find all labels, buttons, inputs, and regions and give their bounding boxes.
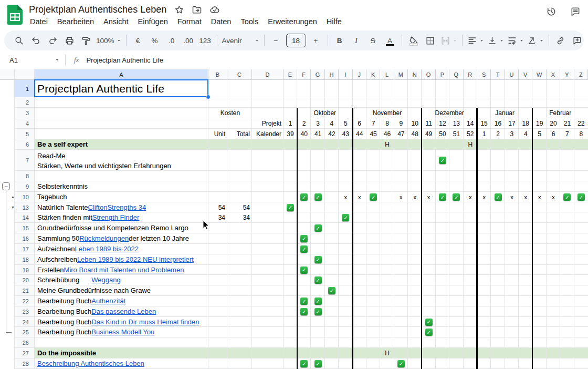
column-header-T[interactable]: T <box>491 69 505 80</box>
cell-G20[interactable]: ✓ <box>311 275 324 285</box>
cell-L6[interactable]: H <box>380 139 394 150</box>
menu-tools[interactable]: Tools <box>236 16 263 27</box>
menu-hilfe[interactable]: Hilfe <box>322 16 346 27</box>
cell-link[interactable]: Business Modell You <box>91 327 154 337</box>
row-header-1[interactable]: 1 <box>15 80 35 97</box>
cell-Q10[interactable]: ✓ <box>449 192 463 202</box>
week-number-cell[interactable]: 1 <box>284 118 297 129</box>
cell-link[interactable]: CliftonStrengths 34 <box>88 202 146 212</box>
task-cell-A7[interactable]: Read-Me Stärken, Werte und wichtigsten E… <box>35 150 208 172</box>
column-header-N[interactable]: N <box>408 69 422 80</box>
value-cell-C13[interactable]: 54 <box>227 202 252 212</box>
column-header-C[interactable]: C <box>227 69 252 80</box>
week-number-cell[interactable]: 52 <box>464 129 477 139</box>
cell-H21[interactable]: ✓ <box>325 285 339 296</box>
task-cell-A9[interactable]: Selbsterkenntnis <box>35 181 208 192</box>
column-header-P[interactable]: P <box>436 69 449 80</box>
insert-link-button[interactable] <box>554 34 568 47</box>
column-header-S[interactable]: S <box>477 69 491 80</box>
format-currency-button[interactable]: € <box>131 34 145 47</box>
week-number-cell[interactable]: 16 <box>491 118 505 129</box>
menu-daten[interactable]: Daten <box>206 16 236 27</box>
column-header-Y[interactable]: Y <box>560 69 574 80</box>
cell-F10[interactable]: ✓ <box>297 192 311 202</box>
cell-F23[interactable]: ✓ <box>297 306 311 317</box>
column-header-J[interactable]: J <box>353 69 366 80</box>
row-header-18[interactable]: 18 <box>15 254 35 265</box>
column-header-I[interactable]: I <box>339 69 352 80</box>
value-cell-C14[interactable]: 34 <box>227 212 252 223</box>
week-number-cell[interactable]: 4 <box>325 118 339 129</box>
value-cell-D4[interactable]: Projekt <box>252 118 284 129</box>
cell-G23[interactable]: ✓ <box>311 306 324 317</box>
week-number-cell[interactable]: 40 <box>297 129 311 139</box>
cell-G10[interactable]: ✓ <box>311 192 324 202</box>
week-number-cell[interactable]: 39 <box>284 129 297 139</box>
search-button[interactable] <box>12 34 26 47</box>
row-header-4[interactable]: 4 <box>15 118 35 129</box>
cell-L27[interactable]: H <box>380 348 394 358</box>
column-header-A[interactable]: A <box>35 69 208 80</box>
value-cell-B14[interactable]: 34 <box>208 212 227 223</box>
cell-N10[interactable]: x <box>408 192 422 202</box>
week-number-cell[interactable]: 49 <box>422 129 435 139</box>
cell-V10[interactable]: x <box>519 192 532 202</box>
column-header-L[interactable]: L <box>380 69 394 80</box>
cell-link[interactable]: Authenzität <box>91 296 125 306</box>
fill-handle[interactable] <box>206 95 211 99</box>
week-number-cell[interactable]: 20 <box>547 118 560 129</box>
star-icon[interactable] <box>174 5 184 15</box>
column-header-F[interactable]: F <box>297 69 311 80</box>
row-header-10[interactable]: 10 <box>15 192 35 202</box>
week-number-cell[interactable]: 7 <box>366 118 380 129</box>
document-title[interactable]: Projektplan Authentisches Leben <box>29 4 166 15</box>
cell-Y10[interactable]: ✓ <box>560 192 574 202</box>
font-size-increase-button[interactable]: + <box>309 34 323 47</box>
cell-P7[interactable]: ✓ <box>436 150 449 171</box>
week-number-cell[interactable]: 50 <box>436 129 449 139</box>
cell-T10[interactable]: ✓ <box>491 192 505 202</box>
menu-bearbeiten[interactable]: Bearbeiten <box>52 16 99 27</box>
week-number-cell[interactable]: 47 <box>394 129 408 139</box>
expand-hidden-rows-up-icon[interactable]: ▲ <box>11 195 15 199</box>
row-header-5[interactable]: 5 <box>15 129 35 139</box>
week-number-cell[interactable]: 11 <box>422 118 435 129</box>
row-header-14[interactable]: 14 <box>15 212 35 223</box>
merged-label-januar[interactable]: Januar <box>477 108 533 118</box>
cell-I10[interactable]: x <box>339 192 352 202</box>
decrease-decimals-button[interactable]: .0 <box>165 34 178 47</box>
value-cell-D5[interactable]: Kalender <box>252 129 284 139</box>
column-header-Z[interactable]: Z <box>574 69 588 80</box>
text-color-button[interactable]: A <box>383 34 397 47</box>
italic-button[interactable]: I <box>350 34 363 47</box>
week-number-cell[interactable]: 44 <box>353 129 366 139</box>
task-cell-A24[interactable]: Bearbeitung Buch Das Kind in Dir muss He… <box>35 317 208 327</box>
comments-icon[interactable] <box>570 6 581 17</box>
task-cell-A27[interactable]: Do the impossible <box>35 348 208 358</box>
cell-link[interactable]: Das Kind in Dir muss Heimat finden <box>91 317 199 327</box>
row-header-26[interactable]: 26 <box>15 337 35 348</box>
borders-button[interactable] <box>424 34 437 47</box>
cell-G18[interactable]: ✓ <box>311 254 324 265</box>
row-header-22[interactable]: 22 <box>15 296 35 306</box>
cloud-status-icon[interactable] <box>209 5 220 15</box>
task-cell-A17[interactable]: Aufzeichnen Leben 1989 bis 2022 <box>35 244 208 254</box>
cell-F22[interactable]: ✓ <box>297 296 311 306</box>
cell-link[interactable]: Leben 1989 bis 2022 <box>75 244 139 254</box>
print-button[interactable] <box>62 34 76 47</box>
cell-I14[interactable]: ✓ <box>339 212 352 223</box>
move-folder-icon[interactable] <box>192 5 202 15</box>
row-header-2[interactable]: 2 <box>15 97 35 108</box>
strikethrough-button[interactable]: S <box>366 34 380 47</box>
row-header-8[interactable]: 8 <box>15 171 35 181</box>
formula-input[interactable]: Projectplan Authentic Life <box>86 56 163 64</box>
font-size-button[interactable]: 18 <box>286 34 306 47</box>
week-number-cell[interactable]: 10 <box>408 118 422 129</box>
merged-label-februar[interactable]: Februar <box>532 108 588 118</box>
cell-F16[interactable]: ✓ <box>297 233 311 244</box>
cell-R10[interactable]: x <box>464 192 477 202</box>
row-header-24[interactable]: 24 <box>15 317 35 327</box>
column-header-U[interactable]: U <box>505 69 519 80</box>
task-cell-A14[interactable]: Stärken finden mit Strength Finder <box>35 212 208 223</box>
bold-button[interactable]: B <box>333 34 346 47</box>
